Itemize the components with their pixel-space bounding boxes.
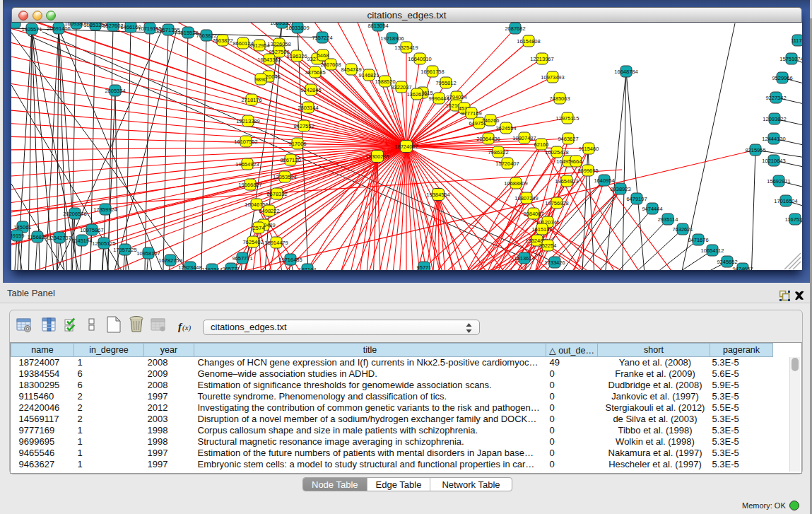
- svg-text:7663822: 7663822: [212, 37, 233, 44]
- svg-text:9084067: 9084067: [523, 211, 543, 217]
- svg-text:16914479: 16914479: [264, 240, 288, 246]
- svg-text:1588520: 1588520: [375, 78, 395, 85]
- svg-text:252254: 252254: [539, 243, 556, 249]
- svg-text:16107552: 16107552: [234, 139, 257, 145]
- svg-text:9657771: 9657771: [232, 255, 252, 262]
- svg-text:10973493: 10973493: [541, 74, 564, 81]
- svg-text:9529966: 9529966: [772, 75, 792, 81]
- svg-text:7515526: 7515526: [177, 30, 198, 36]
- svg-text:9146821: 9146821: [358, 72, 379, 78]
- svg-text:8427552: 8427552: [293, 123, 314, 129]
- svg-text:10958107: 10958107: [136, 250, 160, 257]
- svg-text:2087682: 2087682: [505, 25, 525, 32]
- svg-text:9890: 9890: [255, 76, 267, 83]
- svg-text:10807487: 10807487: [512, 135, 536, 141]
- svg-text:1615132: 1615132: [531, 226, 552, 233]
- svg-text:965771: 965771: [222, 266, 240, 271]
- svg-text:8813054: 8813054: [367, 23, 388, 29]
- svg-text:17016504: 17016504: [774, 198, 797, 204]
- svg-text:3875685: 3875685: [305, 69, 325, 76]
- svg-text:2867608: 2867608: [320, 62, 341, 68]
- svg-text:19384554: 19384554: [426, 192, 449, 198]
- svg-text:7625402: 7625402: [242, 239, 263, 245]
- svg-text:1362620: 1362620: [406, 91, 427, 98]
- svg-text:19716485: 19716485: [278, 257, 302, 263]
- svg-text:16782759: 16782759: [158, 257, 182, 264]
- svg-text:19166827: 19166827: [238, 182, 261, 188]
- svg-text:16648784: 16648784: [614, 69, 637, 75]
- svg-text:12213389: 12213389: [236, 118, 259, 124]
- svg-text:10975867: 10975867: [80, 227, 103, 233]
- svg-text:16154808: 16154808: [517, 38, 540, 45]
- svg-text:(x): (x): [182, 323, 192, 332]
- svg-text:11174: 11174: [791, 37, 802, 44]
- svg-text:16543362: 16543362: [257, 57, 281, 63]
- svg-text:1513614: 1513614: [514, 255, 534, 262]
- svg-text:8267130: 8267130: [280, 157, 300, 163]
- svg-text:15692971: 15692971: [767, 178, 790, 185]
- svg-text:8498222: 8498222: [259, 208, 279, 214]
- svg-text:15720407: 15720407: [495, 160, 519, 167]
- svg-text:8215955: 8215955: [745, 147, 765, 153]
- svg-text:1292344: 1292344: [201, 267, 222, 271]
- svg-text:18724007: 18724007: [394, 144, 418, 150]
- svg-text:2935114: 2935114: [658, 216, 678, 223]
- svg-text:1145194: 1145194: [72, 238, 93, 244]
- svg-text:2805334: 2805334: [105, 88, 125, 94]
- svg-text:9245652: 9245652: [717, 259, 737, 265]
- svg-text:12444130: 12444130: [762, 136, 785, 142]
- svg-text:19654923: 19654923: [555, 178, 578, 185]
- svg-text:746266: 746266: [481, 117, 499, 124]
- svg-text:9115460: 9115460: [579, 146, 599, 152]
- svg-text:12353594: 12353594: [273, 174, 296, 180]
- svg-text:8186326: 8186326: [286, 53, 307, 59]
- svg-text:12975115: 12975115: [556, 115, 579, 122]
- svg-text:9227342: 9227342: [765, 95, 786, 101]
- svg-text:19654923: 19654923: [235, 161, 259, 168]
- svg-text:1733426: 1733426: [544, 259, 565, 266]
- svg-text:7357224: 7357224: [312, 35, 332, 41]
- svg-text:6479197: 6479197: [626, 196, 647, 202]
- svg-text:10671355: 10671355: [156, 27, 180, 33]
- svg-text:9463627: 9463627: [558, 136, 578, 142]
- svg-text:1156829: 1156829: [28, 234, 48, 240]
- svg-text:12213967: 12213967: [530, 56, 553, 62]
- svg-text:9794024: 9794024: [446, 94, 466, 100]
- svg-text:18300295: 18300295: [365, 153, 389, 160]
- svg-text:12923448: 12923448: [178, 264, 201, 271]
- svg-text:95771: 95771: [417, 264, 432, 271]
- svg-text:9664: 9664: [570, 158, 582, 165]
- svg-text:19756928: 19756928: [545, 200, 568, 206]
- svg-text:7955812: 7955812: [435, 80, 456, 86]
- svg-text:7485063: 7485063: [549, 95, 570, 102]
- svg-text:17359924: 17359924: [93, 206, 117, 213]
- svg-text:9777169: 9777169: [461, 110, 481, 117]
- svg-text:8912954: 8912954: [249, 42, 269, 49]
- svg-text:16640910: 16640910: [408, 56, 431, 62]
- svg-text:16033809: 16033809: [286, 25, 309, 31]
- svg-text:9474652: 9474652: [732, 266, 753, 271]
- svg-text:10688809: 10688809: [504, 180, 527, 187]
- svg-text:12093822: 12093822: [763, 116, 786, 122]
- svg-text:2718176: 2718176: [241, 97, 261, 103]
- svg-text:1167533: 1167533: [785, 216, 802, 223]
- svg-text:145061: 145061: [13, 224, 31, 230]
- svg-text:15751074: 15751074: [779, 56, 802, 62]
- svg-text:197164: 197164: [298, 267, 316, 271]
- svg-text:13325419: 13325419: [394, 45, 418, 51]
- svg-text:8938923: 8938923: [610, 186, 630, 192]
- svg-text:20206576: 20206576: [63, 211, 86, 217]
- svg-text:3624554: 3624554: [495, 125, 516, 132]
- svg-text:10654112: 10654112: [701, 247, 724, 254]
- svg-text:8471676: 8471676: [688, 237, 708, 243]
- svg-text:2574: 2574: [253, 225, 265, 231]
- svg-text:18807249: 18807249: [514, 195, 538, 201]
- svg-text:39159: 39159: [11, 233, 24, 239]
- svg-text:12342737: 12342737: [47, 235, 71, 241]
- svg-text:5468: 5468: [317, 52, 329, 59]
- svg-text:9699695: 9699695: [577, 168, 598, 174]
- svg-text:12505125: 12505125: [92, 240, 115, 247]
- svg-text:917006: 917006: [288, 141, 306, 147]
- svg-text:62160: 62160: [534, 141, 549, 148]
- svg-text:2803144: 2803144: [298, 105, 318, 111]
